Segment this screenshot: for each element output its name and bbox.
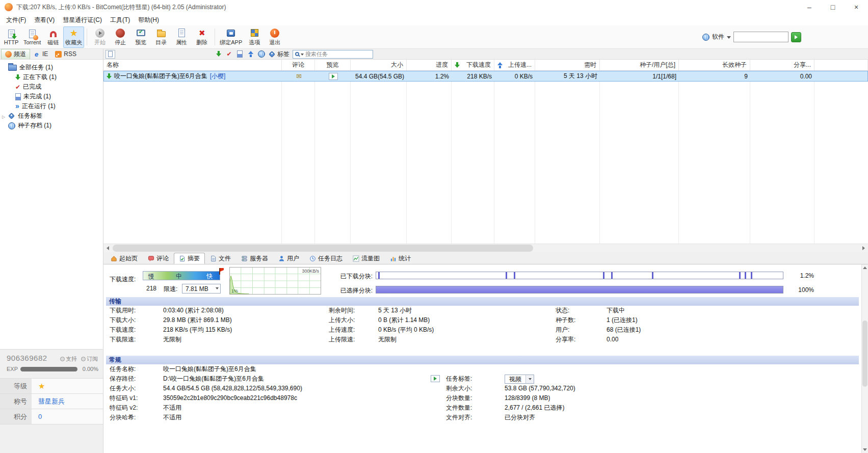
tree-completed[interactable]: 已完成 [0, 82, 103, 92]
global-filter-button[interactable] [257, 50, 265, 58]
close-button[interactable]: × [845, 0, 868, 14]
tab-channel[interactable]: 频道 [1, 49, 30, 59]
column-preview[interactable]: 预览 [315, 60, 351, 70]
exit-button[interactable]: 退出 [265, 26, 285, 48]
minimize-button[interactable]: – [798, 0, 821, 14]
preview-play-button[interactable] [431, 375, 440, 382]
tab-summary[interactable]: 摘要 [174, 253, 205, 264]
column-progress[interactable]: 进度 [407, 60, 452, 70]
column-seeds-peers[interactable]: 种子/用户[总] [600, 60, 679, 70]
horizontal-scrollbar[interactable] [103, 244, 868, 252]
user-title-link[interactable]: 彗星新兵 [32, 394, 103, 409]
tab-trackers[interactable]: 服务器 [236, 253, 273, 264]
task-tag-combo[interactable]: 视频 [505, 375, 534, 384]
general-row: 特征码 v1: 35059e2c2b1e809c290bc9ceab221c96… [103, 393, 868, 403]
menu-file[interactable]: 文件(F) [2, 15, 30, 25]
http-task-button[interactable]: HTTP [1, 26, 21, 48]
bitcomet-window: 下载:207 KB/s, 上传:0 KB/s - BitComet(比特彗星) … [0, 0, 868, 453]
subscribe-link[interactable]: 订阅 [81, 355, 98, 363]
chevron-down-icon[interactable] [525, 375, 534, 383]
scrollbar-thumb[interactable] [113, 245, 533, 252]
scroll-down-button[interactable] [862, 446, 868, 453]
filter-completed-button[interactable] [225, 50, 233, 58]
chevron-down-icon [216, 287, 219, 291]
tree-running[interactable]: 正在运行 (1) [0, 101, 103, 111]
scroll-left-button[interactable] [103, 244, 112, 252]
column-eta[interactable]: 需时 [535, 60, 600, 70]
tab-ie[interactable]: IE [30, 49, 51, 59]
tab-traffic-chart[interactable]: 流量图 [348, 253, 385, 264]
column-comment[interactable]: 评论 [282, 60, 315, 70]
open-folder-button[interactable]: 目录 [151, 26, 171, 48]
summary-scrollbar[interactable] [861, 264, 868, 453]
tree-all-tasks[interactable]: 全部任务 (1) [0, 63, 103, 72]
chevron-down-icon[interactable] [727, 36, 731, 41]
filter-downloading-button[interactable] [215, 51, 222, 57]
tree-task-tags[interactable]: 任务标签 [0, 111, 103, 121]
tab-task-log[interactable]: 任务日志 [304, 253, 348, 264]
column-down-speed[interactable]: 下载速度 [452, 60, 494, 70]
speed-limit-slider[interactable]: 慢 中 快 [143, 271, 220, 280]
speed-limit-combo[interactable]: 7.81 MB [182, 284, 221, 294]
toolbar-search-input[interactable] [733, 32, 788, 42]
task-search-input[interactable] [305, 51, 371, 57]
options-grid-icon [251, 29, 258, 37]
maximize-button[interactable]: □ [821, 0, 845, 14]
tab-files[interactable]: 文件 [205, 253, 236, 264]
filter-incomplete-button[interactable] [236, 50, 244, 58]
scroll-right-button[interactable] [859, 244, 868, 252]
clock-icon [309, 255, 316, 262]
search-go-button[interactable] [791, 32, 801, 42]
tab-statistics[interactable]: 统计 [385, 253, 416, 264]
delete-button[interactable]: 删除 [192, 26, 212, 48]
magnet-link-button[interactable]: 磁链 [43, 26, 63, 48]
menu-tools[interactable]: 工具(T) [106, 15, 134, 25]
preview-cell[interactable] [315, 71, 351, 81]
properties-button[interactable]: 属性 [171, 26, 192, 48]
start-button[interactable]: 开始 [90, 26, 110, 48]
tag-filter-button[interactable]: 标签 [268, 50, 290, 59]
column-up-speed[interactable]: 上传速... [494, 60, 535, 70]
task-name-link[interactable]: [小樱] [210, 72, 226, 81]
tab-rss[interactable]: RSS [51, 49, 80, 59]
titlebar: 下载:207 KB/s, 上传:0 KB/s - BitComet(比特彗星) … [0, 0, 868, 14]
support-link[interactable]: 支持 [60, 355, 77, 363]
column-lt-seeds[interactable]: 长效种子 [679, 60, 750, 70]
tab-peers[interactable]: 用户 [273, 253, 304, 264]
software-combo[interactable]: 软件 [712, 33, 724, 41]
transfer-row: 下载大小:29.8 MB (累计 869.1 MB) 上传大小:0 B (累计 … [103, 315, 868, 325]
menu-view[interactable]: 查看(V) [30, 15, 59, 25]
size-cell: 54.4 GB(54.5 GB) [351, 71, 407, 81]
save-path-link[interactable]: D:\咬一口兔娘(黏黏团子兔)至6月合集 [163, 374, 431, 384]
sort-button[interactable] [247, 51, 254, 57]
magnet-icon [50, 31, 57, 37]
table-row[interactable]: 咬一口兔娘(黏黏团子兔)至6月合集 [小樱] 54.4 GB(54.5 GB) … [103, 71, 868, 82]
column-size[interactable]: 大小 [351, 60, 407, 70]
menu-help[interactable]: 帮助(H) [134, 15, 163, 25]
preview-button[interactable]: 预览 [130, 26, 151, 48]
tab-comments[interactable]: 评论 [143, 253, 174, 264]
scrollbar-thumb[interactable] [862, 321, 867, 387]
column-name[interactable]: 名称 [103, 60, 282, 70]
expander-icon[interactable] [2, 113, 5, 120]
favorites-button[interactable]: 收藏夹 [63, 26, 84, 48]
detail-tabs: 起始页 评论 摘要 文件 服务器 [103, 252, 868, 264]
category-toggle-button[interactable] [106, 50, 115, 59]
tab-start-page[interactable]: 起始页 [106, 253, 143, 264]
torrent-task-button[interactable]: Torrent [21, 26, 43, 48]
column-share-ratio[interactable]: 分享... [750, 60, 814, 70]
tree-torrent-archive[interactable]: 种子存档 (1) [0, 121, 103, 130]
task-table-body: 咬一口兔娘(黏黏团子兔)至6月合集 [小樱] 54.4 GB(54.5 GB) … [103, 71, 868, 244]
tree-incomplete[interactable]: 未完成 (1) [0, 92, 103, 101]
chevron-down-icon[interactable] [301, 54, 304, 57]
download-arrow-icon [455, 62, 460, 68]
scroll-up-button[interactable] [862, 264, 868, 271]
options-button[interactable]: 选项 [244, 26, 265, 48]
up-down-arrows-icon [248, 51, 253, 57]
transfer-row: 下载速度:218 KB/s (平均 115 KB/s) 上传速度:0 KB/s … [103, 325, 868, 335]
menu-passport[interactable]: 彗星通行证(C) [59, 15, 106, 25]
bind-app-button[interactable]: 绑定APP [218, 26, 244, 48]
comment-cell[interactable] [282, 71, 315, 81]
tree-downloading[interactable]: 正在下载 (1) [0, 72, 103, 82]
stop-button[interactable]: 停止 [110, 26, 130, 48]
